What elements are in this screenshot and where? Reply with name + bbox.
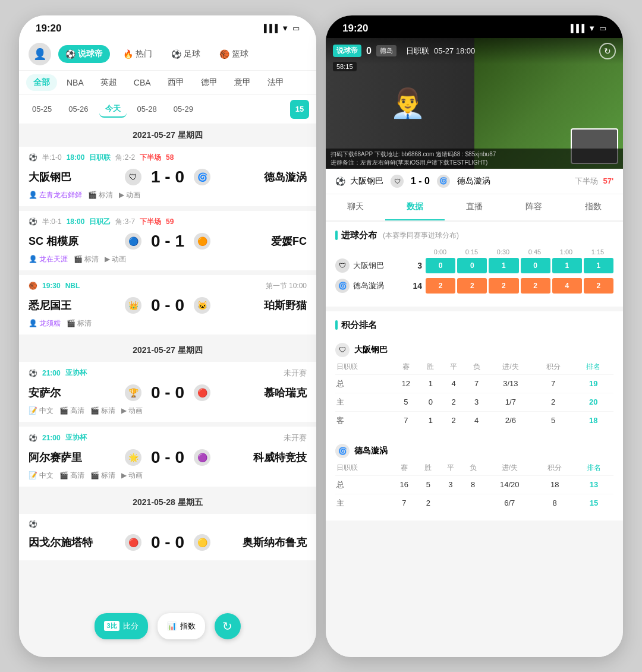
row-type-1-1: 主: [335, 393, 393, 411]
tab-lineup[interactable]: 阵容: [504, 194, 564, 220]
match-teams-1: 大阪钢巴 🛡 1 - 0 🌀 德岛漩涡: [29, 168, 307, 187]
goal-dist-subtitle: (本赛季同赛事进球分布): [383, 231, 459, 241]
cat-ita[interactable]: 意甲: [227, 74, 258, 91]
time-labels-row: 0:00 0:15 0:30 0:45 1:00 1:15: [335, 248, 613, 255]
date-05-25[interactable]: 05-25: [26, 102, 58, 116]
tab-odds[interactable]: 指数: [564, 194, 623, 220]
anim-1: ▶ 动画: [119, 190, 140, 200]
cat-deu[interactable]: 德甲: [194, 74, 225, 91]
brand-button[interactable]: ⚽ 说球帝: [58, 45, 110, 63]
index-float-btn[interactable]: 📊 指数: [158, 613, 205, 639]
team1-name-5: 阿尔赛萨里: [29, 450, 122, 465]
date-header-3: 2021-05-28 星期五: [19, 491, 316, 514]
row-win-1-1: 0: [419, 393, 442, 411]
match-card-1[interactable]: ⚽ 半:1-0 18:00 日职联 角:2-2 下半场 58 大阪钢巴 🛡 1 …: [19, 147, 316, 206]
row-rank-2-1[interactable]: 15: [574, 494, 613, 512]
cat-eng[interactable]: 英超: [93, 74, 124, 91]
date-05-29[interactable]: 05-29: [168, 102, 199, 116]
video-location: 德岛: [376, 45, 396, 56]
team2-logo-3: 🐱: [194, 297, 210, 314]
left-phone: 19:20 ▐▐▐ ▼ ▭ 👤 ⚽ 说球帝 🔥 热门 ⚽ 足球 �: [19, 15, 316, 657]
video-league: 日职联: [406, 46, 429, 56]
refresh-button[interactable]: ↻: [215, 613, 241, 639]
row-rank-2-0[interactable]: 13: [574, 475, 613, 494]
battery-icon-r: ▭: [599, 24, 606, 33]
category-tabs: 全部 NBA 英超 CBA 西甲 德甲 意甲 法甲: [19, 71, 316, 95]
match-time-2: 18:00: [67, 217, 85, 226]
wifi-icon: ▼: [281, 24, 289, 33]
date-today[interactable]: 今天: [99, 101, 127, 118]
hot-tab[interactable]: 🔥 热门: [117, 45, 158, 63]
team2-logo-2: 🟠: [194, 233, 210, 250]
right-team1-logo: 🛡: [391, 175, 404, 188]
goal-cell-1-5: 1: [584, 258, 613, 273]
col-draw-1: 平: [442, 359, 465, 375]
index-float-label: 指数: [180, 621, 196, 632]
goal-dist-title: 进球分布 (本赛季同赛事进球分布): [335, 230, 613, 241]
time-label-2: 0:30: [487, 248, 519, 255]
row-rank-1-0[interactable]: 19: [573, 374, 613, 393]
match-teams-5: 阿尔赛萨里 🌟 0 - 0 🟣 科威特竞技: [29, 448, 307, 467]
match-teams-2: SC 相模原 🔵 0 - 1 🟠 爱媛FC: [29, 232, 307, 251]
row-rank-1-1[interactable]: 20: [573, 393, 613, 411]
score-float-btn[interactable]: 3比 比分: [95, 613, 147, 639]
row-type-2-0: 总: [335, 475, 391, 494]
cat-all[interactable]: 全部: [26, 74, 57, 91]
chart-icon: 📊: [167, 621, 177, 630]
goal-cell-1-4: 1: [552, 258, 582, 273]
left-status-bar: 19:20 ▐▐▐ ▼ ▭: [19, 15, 316, 38]
row-rank-1-2[interactable]: 18: [573, 411, 613, 430]
cat-fra[interactable]: 法甲: [260, 74, 291, 91]
goal-cells-2: 2 2 2 2 4 2: [426, 278, 613, 294]
period-min-1: 58: [166, 153, 174, 162]
row-played-1-1: 5: [393, 393, 420, 411]
tab-chat[interactable]: 聊天: [326, 194, 385, 220]
score-4: 0 - 0: [150, 383, 185, 402]
tab-data[interactable]: 数据: [385, 194, 445, 220]
cat-esp[interactable]: 西甲: [160, 74, 191, 91]
quality-1: 🎬 标清: [88, 190, 113, 200]
score-float-label: 比分: [123, 621, 139, 632]
row-pts-2-1: 8: [535, 494, 574, 512]
basketball-tab[interactable]: 🏀 篮球: [213, 45, 254, 63]
team1-name-1: 大阪钢巴: [29, 170, 122, 184]
soccer-ball-icon: ⚽: [29, 153, 37, 162]
signal-icon-r: ▐▐▐: [568, 24, 584, 33]
streamer-1: 👤 左青龙右鲜鲜: [29, 190, 82, 200]
row-gd-1-2: 2/6: [488, 411, 533, 430]
match-card-2[interactable]: ⚽ 半:0-1 18:00 日职乙 角:3-7 下半场 59 SC 相模原 🔵 …: [19, 211, 316, 270]
brand-icon: ⚽: [65, 49, 75, 59]
match-card-6[interactable]: ⚽ 因戈尔施塔特 🔴 0 - 0 🟡 奥斯纳布鲁克: [19, 514, 316, 560]
col-gd-2: 进/失: [484, 460, 535, 476]
date-05-28[interactable]: 05-28: [131, 102, 163, 116]
cat-nba[interactable]: NBA: [59, 75, 91, 90]
score-6: 0 - 0: [150, 533, 185, 552]
match-league-2: 日职乙: [89, 217, 111, 227]
time-label-3: 0:45: [519, 248, 550, 255]
row-draw-1-0: 4: [442, 374, 465, 393]
right-status-bar: 19:20 ▐▐▐ ▼ ▭: [326, 15, 623, 38]
team1-name-6: 因戈尔施塔特: [29, 535, 122, 550]
date-05-26[interactable]: 05-26: [62, 102, 94, 116]
calendar-icon[interactable]: 15: [290, 100, 309, 119]
match-meta-2: ⚽ 半:0-1 18:00 日职乙 角:3-7 下半场 59: [29, 217, 307, 227]
score-1: 1 - 0: [150, 168, 185, 187]
cat-cba[interactable]: CBA: [127, 75, 158, 90]
match-card-3[interactable]: 🏀 19:30 NBL 第一节 10:00 悉尼国王 👑 0 - 0 🐱 珀斯野…: [19, 275, 316, 335]
row-type-1-2: 客: [335, 411, 393, 430]
match-card-4[interactable]: ⚽ 21:00 亚协杯 未开赛 安萨尔 🏆 0 - 0 🔴 慕哈瑞克 📝 中文 …: [19, 362, 316, 422]
soccer-tab[interactable]: ⚽ 足球: [165, 45, 206, 63]
anim-2: ▶ 动画: [105, 254, 126, 264]
right-team2: 德岛漩涡: [457, 176, 490, 187]
avatar[interactable]: 👤: [29, 43, 51, 65]
match-card-5[interactable]: ⚽ 21:00 亚协杯 未开赛 阿尔赛萨里 🌟 0 - 0 🟣 科威特竞技 📝 …: [19, 427, 316, 487]
refresh-video-button[interactable]: ↻: [599, 43, 616, 59]
tab-live[interactable]: 直播: [445, 194, 504, 220]
video-player[interactable]: 👨‍💼 说球帝 0 德岛 日职联 05-27 18:00 ↻ 58:15 扫码下…: [326, 38, 623, 169]
standings-team2-name: 德岛漩涡: [354, 446, 388, 456]
quality-5b: 🎬 标清: [90, 471, 115, 481]
float-bar: 3比 比分 📊 指数 ↻: [19, 613, 316, 639]
team2-logo-1: 🌀: [194, 169, 210, 185]
score-badge-icon: 3比: [104, 621, 119, 631]
goal-cell-1-2: 1: [489, 258, 518, 273]
